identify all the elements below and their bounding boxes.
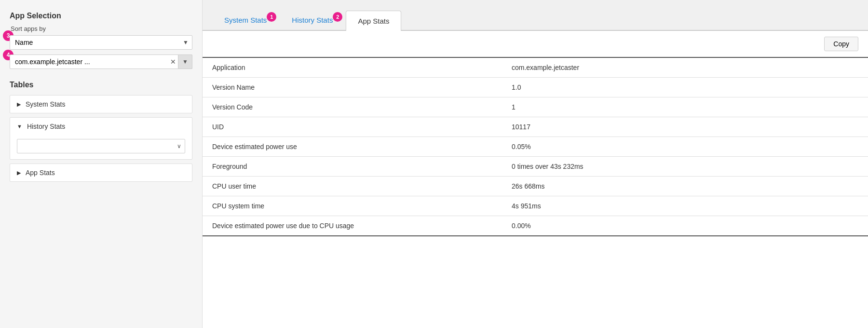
tab-system-stats[interactable]: 1 System Stats xyxy=(212,10,279,30)
table-item-system-stats: ▶ System Stats xyxy=(10,95,192,113)
copy-button[interactable]: Copy xyxy=(824,37,858,51)
tab-app-stats[interactable]: App Stats xyxy=(346,11,401,31)
stat-label: UID xyxy=(203,117,502,137)
stat-label: Foreground xyxy=(203,157,502,177)
tab-history-stats-label: History Stats xyxy=(292,16,333,24)
sort-select[interactable]: Name CPU Memory UID xyxy=(10,35,192,50)
sidebar-title: App Selection xyxy=(10,12,192,20)
tab-badge-2: 2 xyxy=(333,12,342,22)
sort-label: Sort apps by xyxy=(10,25,192,32)
table-row: CPU user time26s 668ms xyxy=(203,177,868,196)
tab-history-stats[interactable]: 2 History Stats xyxy=(280,10,345,30)
app-stats-label: App Stats xyxy=(26,169,55,177)
stat-label: Device estimated power use due to CPU us… xyxy=(203,216,502,236)
table-row: Foreground0 times over 43s 232ms xyxy=(203,157,868,177)
stat-value: 1.0 xyxy=(502,78,868,97)
history-stats-body: ∨ xyxy=(10,135,192,159)
stat-label: Version Code xyxy=(203,97,502,117)
stat-value: 0.00% xyxy=(502,216,868,236)
content-area: Copy Applicationcom.example.jetcasterVer… xyxy=(203,31,868,328)
tab-system-stats-label: System Stats xyxy=(224,16,267,24)
stats-table: Applicationcom.example.jetcasterVersion … xyxy=(203,57,868,236)
tab-badge-1: 1 xyxy=(267,12,276,22)
history-stats-dropdown[interactable] xyxy=(17,139,185,153)
table-item-history-stats-header[interactable]: ▼ History Stats xyxy=(10,118,192,135)
stat-value: 1 xyxy=(502,97,868,117)
stat-label: Application xyxy=(203,57,502,78)
stat-value: com.example.jetcaster xyxy=(502,57,868,78)
table-item-history-stats: ▼ History Stats ∨ xyxy=(10,117,192,160)
stat-label: Device estimated power use xyxy=(203,137,502,157)
stat-label: CPU system time xyxy=(203,196,502,216)
table-row: Version Name1.0 xyxy=(203,78,868,97)
table-item-app-stats-header[interactable]: ▶ App Stats xyxy=(10,164,192,181)
system-stats-label: System Stats xyxy=(26,100,65,108)
sidebar: App Selection Sort apps by 3 Name CPU Me… xyxy=(0,0,203,328)
stat-value: 4s 951ms xyxy=(502,196,868,216)
table-row: Version Code1 xyxy=(203,97,868,117)
app-select-icons: ✕ ▼ xyxy=(168,55,192,69)
stat-label: CPU user time xyxy=(203,177,502,196)
table-item-system-stats-header[interactable]: ▶ System Stats xyxy=(10,96,192,113)
tabs-bar: 1 System Stats 2 History Stats App Stats xyxy=(203,0,868,31)
app-stats-arrow-icon: ▶ xyxy=(17,170,21,176)
copy-bar: Copy xyxy=(203,31,868,57)
app-dropdown-button[interactable]: ▼ xyxy=(178,55,192,69)
table-row: CPU system time4s 951ms xyxy=(203,196,868,216)
history-stats-arrow-icon: ▼ xyxy=(17,123,22,129)
tab-app-stats-label: App Stats xyxy=(358,17,389,25)
stat-value: 0 times over 43s 232ms xyxy=(502,157,868,177)
tables-title: Tables xyxy=(10,81,192,89)
app-clear-button[interactable]: ✕ xyxy=(168,58,178,66)
stat-label: Version Name xyxy=(203,78,502,97)
stat-value: 26s 668ms xyxy=(502,177,868,196)
stat-value: 10117 xyxy=(502,117,868,137)
history-stats-dropdown-wrapper: ∨ xyxy=(17,139,185,153)
history-stats-label: History Stats xyxy=(27,123,65,130)
system-stats-arrow-icon: ▶ xyxy=(17,101,21,108)
table-row: UID10117 xyxy=(203,117,868,137)
table-row: Applicationcom.example.jetcaster xyxy=(203,57,868,78)
table-row: Device estimated power use due to CPU us… xyxy=(203,216,868,236)
table-row: Device estimated power use0.05% xyxy=(203,137,868,157)
app-select-input[interactable] xyxy=(10,55,192,69)
table-item-app-stats: ▶ App Stats xyxy=(10,164,192,182)
main-content: 1 System Stats 2 History Stats App Stats… xyxy=(203,0,868,328)
stat-value: 0.05% xyxy=(502,137,868,157)
